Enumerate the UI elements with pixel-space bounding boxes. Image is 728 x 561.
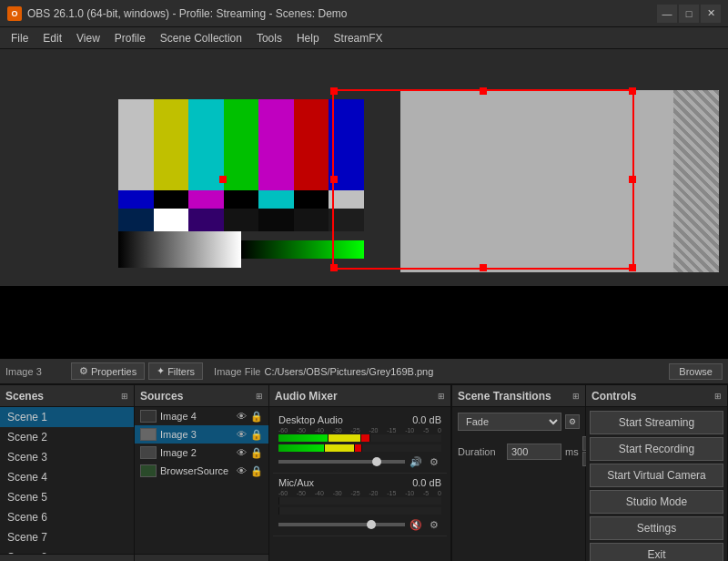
scenes-panel: Scenes ⊞ Scene 1 Scene 2 Scene 3 Scene 4…: [0, 385, 135, 561]
desktop-audio-db: 0.0 dB: [412, 414, 441, 425]
menu-item-tools[interactable]: Tools: [249, 30, 289, 46]
move-scene-up-button[interactable]: ∧: [49, 558, 67, 562]
controls-content: Start Streaming Start Recording Start Vi…: [586, 407, 727, 561]
desktop-audio-mute-button[interactable]: 🔊: [409, 454, 423, 469]
selected-source-label: Image 3: [5, 366, 60, 377]
mic-aux-mute-button[interactable]: 🔇: [409, 517, 423, 532]
desktop-audio-label: Desktop Audio: [278, 414, 343, 425]
source-settings-button[interactable]: ⚙: [184, 558, 202, 562]
audio-mixer-content: Desktop Audio 0.0 dB -60-50-40-30-25-20-…: [269, 407, 450, 561]
source-visibility-icon[interactable]: 👁: [237, 429, 247, 440]
source-name: BrowserSource: [160, 465, 233, 476]
source-lock-icon[interactable]: 🔒: [250, 465, 263, 477]
filters-button[interactable]: ✦ Filters: [148, 362, 203, 380]
duration-input[interactable]: [507, 444, 561, 460]
duration-unit: ms: [565, 446, 579, 457]
mic-aux-label: Mic/Aux: [278, 477, 314, 488]
mic-aux-meter-2: [278, 507, 441, 515]
menu-item-view[interactable]: View: [69, 30, 107, 46]
controls-expand-button[interactable]: ⊞: [714, 392, 722, 401]
scenes-panel-title: Scenes: [5, 390, 44, 403]
mic-meter-scale: -60-50-40-30-25-20-15-10-50: [278, 490, 441, 496]
menubar: FileEditViewProfileScene CollectionTools…: [0, 27, 728, 49]
source-visibility-icon[interactable]: 👁: [237, 411, 247, 422]
start-streaming-button[interactable]: Start Streaming: [590, 411, 723, 434]
controls-panel-title: Controls: [592, 390, 636, 403]
sources-panel: Sources ⊞ Image 4 👁 🔒 Image 3 👁 🔒 Image …: [135, 385, 269, 561]
sources-expand-button[interactable]: ⊞: [256, 392, 263, 401]
sources-panel-footer: + − ⚙ ∧ ∨: [135, 554, 268, 561]
audio-mixer-expand-button[interactable]: ⊞: [438, 392, 445, 401]
source-lock-icon[interactable]: 🔒: [250, 429, 263, 441]
desktop-audio-settings-button[interactable]: ⚙: [427, 454, 441, 469]
move-source-up-button[interactable]: ∧: [206, 558, 224, 562]
maximize-button[interactable]: □: [679, 5, 699, 23]
scene-item[interactable]: Scene 4: [0, 467, 134, 487]
menu-item-edit[interactable]: Edit: [35, 30, 69, 46]
studio-mode-button[interactable]: Studio Mode: [590, 490, 723, 514]
source-thumbnail: [140, 446, 157, 459]
transition-type-row: Fade ⚙: [458, 413, 580, 431]
source-item[interactable]: Image 2 👁 🔒: [135, 444, 268, 462]
menu-item-scene-collection[interactable]: Scene Collection: [153, 30, 249, 46]
source-visibility-icon[interactable]: 👁: [237, 447, 247, 458]
source-thumbnail: [140, 428, 157, 441]
start-recording-button[interactable]: Start Recording: [590, 437, 723, 461]
menu-item-profile[interactable]: Profile: [107, 30, 153, 46]
scene-item[interactable]: Scene 1: [0, 407, 134, 427]
preview-canvas[interactable]: [0, 49, 728, 359]
properties-button[interactable]: ⚙ Properties: [71, 362, 145, 380]
source-item[interactable]: BrowserSource 👁 🔒: [135, 462, 268, 480]
gear-icon: ⚙: [79, 365, 88, 377]
menu-item-streamfx[interactable]: StreamFX: [327, 30, 390, 46]
remove-source-button[interactable]: −: [162, 558, 180, 562]
settings-button[interactable]: Settings: [590, 516, 723, 540]
mic-aux-volume-slider[interactable]: [278, 523, 405, 526]
sources-list: Image 4 👁 🔒 Image 3 👁 🔒 Image 2 👁 🔒 Brow…: [135, 407, 268, 554]
close-button[interactable]: ✕: [701, 5, 721, 23]
scene-item[interactable]: Scene 5: [0, 487, 134, 507]
mic-aux-db: 0.0 dB: [412, 477, 441, 488]
scenes-expand-button[interactable]: ⊞: [121, 392, 128, 401]
move-source-down-button[interactable]: ∨: [228, 558, 246, 562]
source-thumbnail: [140, 464, 157, 477]
source-lock-icon[interactable]: 🔒: [250, 447, 263, 459]
add-scene-button[interactable]: +: [5, 558, 24, 562]
transition-settings-button[interactable]: ⚙: [565, 414, 580, 429]
transitions-expand-button[interactable]: ⊞: [572, 392, 580, 401]
desktop-audio-header: Desktop Audio 0.0 dB: [278, 414, 441, 425]
desktop-audio-meter: [278, 434, 441, 442]
source-visibility-icon[interactable]: 👁: [237, 465, 247, 476]
exit-button[interactable]: Exit: [590, 543, 723, 561]
audio-mixer-panel: Audio Mixer ⊞ Desktop Audio 0.0 dB -60-5…: [269, 385, 451, 561]
scene-item[interactable]: Scene 6: [0, 507, 134, 527]
source-name: Image 4: [160, 411, 233, 422]
transition-type-select[interactable]: Fade: [458, 413, 561, 431]
transitions-panel-title: Scene Transitions: [458, 390, 551, 403]
window-title: OBS 26.1.0 (64-bit, windows) - Profile: …: [27, 7, 657, 20]
properties-bar: Image 3 ⚙ Properties ✦ Filters Image Fil…: [0, 359, 728, 384]
source-item[interactable]: Image 4 👁 🔒: [135, 407, 268, 425]
source-lock-icon[interactable]: 🔒: [250, 411, 263, 423]
scene-item[interactable]: Scene 8: [0, 547, 134, 554]
meter-scale: -60-50-40-30-25-20-15-10-50: [278, 427, 441, 434]
controls-panel: Controls ⊞ Start Streaming Start Recordi…: [586, 385, 728, 561]
scenes-panel-footer: + − ∧ ∨: [0, 554, 134, 561]
source-name: Image 3: [160, 429, 233, 440]
add-source-button[interactable]: +: [140, 558, 158, 562]
scene-item[interactable]: Scene 7: [0, 527, 134, 547]
scene-item[interactable]: Scene 3: [0, 447, 134, 467]
remove-scene-button[interactable]: −: [27, 558, 46, 562]
minimize-button[interactable]: —: [657, 5, 677, 23]
start-virtual-camera-button[interactable]: Start Virtual Camera: [590, 464, 723, 487]
menu-item-help[interactable]: Help: [289, 30, 327, 46]
menu-item-file[interactable]: File: [4, 30, 35, 46]
scene-item[interactable]: Scene 2: [0, 427, 134, 447]
source-item[interactable]: Image 3 👁 🔒: [135, 425, 268, 444]
mic-aux-settings-button[interactable]: ⚙: [427, 517, 441, 532]
browse-button[interactable]: Browse: [669, 363, 723, 380]
move-scene-down-button[interactable]: ∨: [71, 558, 89, 562]
desktop-audio-volume-slider[interactable]: [278, 460, 405, 464]
controls-panel-header: Controls ⊞: [586, 385, 727, 407]
file-path-value: C:/Users/OBS/Pictures/Grey169B.png: [264, 366, 665, 377]
